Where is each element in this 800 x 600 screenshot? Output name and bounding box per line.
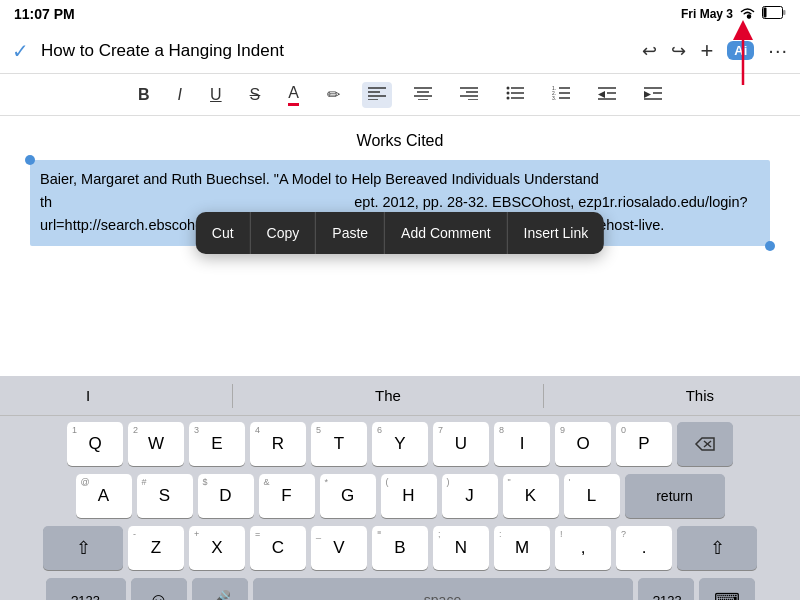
paste-button[interactable]: Paste	[316, 212, 385, 254]
underline-button[interactable]: U	[204, 82, 228, 108]
key-comma[interactable]: !,	[555, 526, 611, 570]
add-comment-button[interactable]: Add Comment	[385, 212, 507, 254]
suggestion-the[interactable]: The	[365, 383, 411, 408]
font-color-button[interactable]: A	[282, 80, 305, 110]
key-c[interactable]: =C	[250, 526, 306, 570]
key-i[interactable]: 8I	[494, 422, 550, 466]
svg-point-17	[506, 91, 509, 94]
suggestion-this[interactable]: This	[676, 383, 724, 408]
toolbar-icons: ↩ ↪ + Ai ···	[642, 38, 788, 64]
key-j[interactable]: )J	[442, 474, 498, 518]
align-center-button[interactable]	[408, 82, 438, 108]
suggestion-divider-1	[232, 384, 233, 408]
shift-right-key[interactable]: ⇧	[677, 526, 757, 570]
status-bar: 11:07 PM Fri May 3	[0, 0, 800, 28]
suggestion-i[interactable]: I	[76, 383, 100, 408]
num-key-right[interactable]: .?123	[638, 578, 694, 600]
suggestions-bar: I The This	[0, 376, 800, 416]
keyboard-bottom-row: ?123 ☺ 🎤 space .?123 ⌨	[4, 578, 796, 600]
keyboard-row-3: ⇧ -Z +X =C _V ≡B ;N :M !, ?. ⇧	[4, 526, 796, 570]
keyboard-row-1: 1Q 2W 3E 4R 5T 6Y 7U 8I 9O 0P	[4, 422, 796, 466]
key-l[interactable]: 'L	[564, 474, 620, 518]
selected-text-block[interactable]: Baier, Margaret and Ruth Buechsel. "A Mo…	[30, 160, 770, 246]
key-w[interactable]: 2W	[128, 422, 184, 466]
add-button[interactable]: +	[700, 38, 713, 64]
key-f[interactable]: &F	[259, 474, 315, 518]
insert-link-button[interactable]: Insert Link	[508, 212, 605, 254]
align-right-button[interactable]	[454, 82, 484, 108]
space-key[interactable]: space	[253, 578, 633, 600]
redo-button[interactable]: ↪	[671, 40, 686, 62]
key-x[interactable]: +X	[189, 526, 245, 570]
svg-marker-28	[598, 91, 605, 98]
shift-left-key[interactable]: ⇧	[43, 526, 123, 570]
key-t[interactable]: 5T	[311, 422, 367, 466]
key-h[interactable]: (H	[381, 474, 437, 518]
key-v[interactable]: _V	[311, 526, 367, 570]
checkmark-icon[interactable]: ✓	[12, 39, 29, 63]
key-k[interactable]: "K	[503, 474, 559, 518]
bullet-list-button[interactable]	[500, 82, 530, 108]
key-g[interactable]: *G	[320, 474, 376, 518]
key-o[interactable]: 9O	[555, 422, 611, 466]
svg-point-15	[506, 86, 509, 89]
keyboard-switch-key[interactable]: ⌨	[699, 578, 755, 600]
cut-button[interactable]: Cut	[196, 212, 251, 254]
num-list-button[interactable]: 1.2.3.	[546, 82, 576, 108]
key-z[interactable]: -Z	[128, 526, 184, 570]
status-right: Fri May 3	[681, 6, 786, 22]
status-day: Fri May 3	[681, 7, 733, 21]
key-m[interactable]: :M	[494, 526, 550, 570]
top-toolbar: ✓ How to Create a Hanging Indent ↩ ↪ + A…	[0, 28, 800, 74]
more-button[interactable]: ···	[768, 39, 788, 62]
key-u[interactable]: 7U	[433, 422, 489, 466]
italic-button[interactable]: I	[172, 82, 188, 108]
keyboard: 1Q 2W 3E 4R 5T 6Y 7U 8I 9O 0P @A #S $D &…	[0, 416, 800, 600]
backspace-key[interactable]	[677, 422, 733, 466]
key-q[interactable]: 1Q	[67, 422, 123, 466]
context-menu: Cut Copy Paste Add Comment Insert Link	[196, 212, 604, 254]
key-e[interactable]: 3E	[189, 422, 245, 466]
battery-icon	[762, 6, 786, 22]
key-b[interactable]: ≡B	[372, 526, 428, 570]
key-r[interactable]: 4R	[250, 422, 306, 466]
copy-button[interactable]: Copy	[251, 212, 317, 254]
indent-decrease-button[interactable]	[592, 82, 622, 108]
key-a[interactable]: @A	[76, 474, 132, 518]
align-left-button[interactable]	[362, 82, 392, 108]
suggestion-divider-2	[543, 384, 544, 408]
undo-button[interactable]: ↩	[642, 40, 657, 62]
wifi-icon	[739, 6, 756, 22]
emoji-key[interactable]: ☺	[131, 578, 187, 600]
return-key[interactable]: return	[625, 474, 725, 518]
svg-rect-2	[764, 8, 767, 18]
key-p[interactable]: 0P	[616, 422, 672, 466]
strikethrough-button[interactable]: S	[244, 82, 267, 108]
svg-marker-32	[644, 91, 651, 98]
key-y[interactable]: 6Y	[372, 422, 428, 466]
selection-handle-top	[25, 155, 35, 165]
highlight-button[interactable]: ✏	[321, 81, 346, 108]
ai-button[interactable]: Ai	[727, 41, 754, 60]
key-d[interactable]: $D	[198, 474, 254, 518]
svg-rect-1	[783, 10, 786, 15]
mic-key[interactable]: 🎤	[192, 578, 248, 600]
selection-handle-bottom	[765, 241, 775, 251]
num-key-left[interactable]: ?123	[46, 578, 126, 600]
indent-increase-button[interactable]	[638, 82, 668, 108]
format-toolbar: B I U S A ✏ 1.2.3.	[0, 74, 800, 116]
key-period[interactable]: ?.	[616, 526, 672, 570]
bold-button[interactable]: B	[132, 82, 156, 108]
doc-title: How to Create a Hanging Indent	[41, 41, 634, 61]
key-n[interactable]: ;N	[433, 526, 489, 570]
svg-point-19	[506, 96, 509, 99]
svg-text:3.: 3.	[552, 95, 556, 100]
works-cited-title: Works Cited	[30, 132, 770, 150]
status-time: 11:07 PM	[14, 6, 75, 22]
document-area: Works Cited Baier, Margaret and Ruth Bue…	[0, 116, 800, 376]
key-s[interactable]: #S	[137, 474, 193, 518]
keyboard-row-2: @A #S $D &F *G (H )J "K 'L return	[4, 474, 796, 518]
